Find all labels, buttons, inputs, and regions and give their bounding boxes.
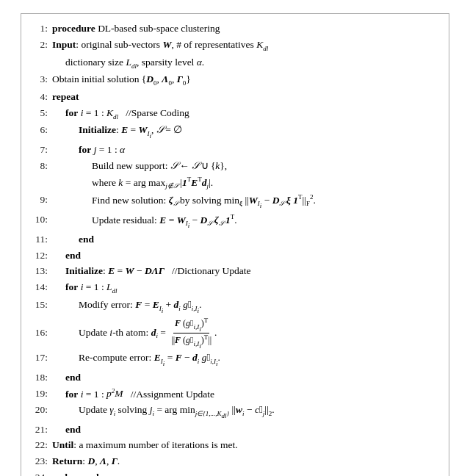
line-content: for i = 1 : Kdl //Sparse Coding xyxy=(52,106,438,123)
line-number: 10: xyxy=(32,212,48,228)
line-24: 24: end procedure xyxy=(32,470,438,476)
line-8a: 8: Build new support: 𝒮 ← 𝒮 ∪ {k}, xyxy=(32,159,438,174)
line-16: 16: Update i-th atom: di = F (g͂i,Ii)T |… xyxy=(32,317,438,350)
line-number: 9: xyxy=(32,192,48,208)
line-number: 18: xyxy=(32,370,48,386)
line-content: where k = arg maxj∉𝒮 |1TETdj|. xyxy=(52,175,438,192)
line-number: 4: xyxy=(32,90,48,105)
line-content: end procedure xyxy=(52,470,438,476)
line-10: 10: Update residual: E = WIi − D𝒮 ζ𝒮 1T. xyxy=(32,212,438,231)
line-content: Find new solution: ζ𝒮 by solving minξ ||… xyxy=(52,192,438,212)
line-number: 8: xyxy=(32,159,48,174)
line-content: Initialize: E = WIi, 𝒮 = ∅ xyxy=(52,123,438,141)
line-12: 12: end xyxy=(32,248,438,264)
line-23: 23: Return: D, Λ, Γ. xyxy=(32,454,438,469)
line-number: 16: xyxy=(32,325,48,341)
line-4: 4: repeat xyxy=(32,90,438,105)
line-number: 13: xyxy=(32,264,48,279)
line-15: 15: Modify error: F = EIi + di g͂i,Ii. xyxy=(32,298,438,316)
line-content: Update i-th atom: di = F (g͂i,Ii)T ||F (… xyxy=(52,317,438,350)
line-content: Re-compute error: EIi = F − di g͂i,Ii. xyxy=(52,350,438,369)
line-content: for i = 1 : p2M //Assignment Update xyxy=(52,386,438,402)
line-content: Until: a maximum number of iterations is… xyxy=(52,438,438,453)
line-content: Update residual: E = WIi − D𝒮 ζ𝒮 1T. xyxy=(52,212,438,231)
line-number: 2: xyxy=(32,37,48,53)
line-5: 5: for i = 1 : Kdl //Sparse Coding xyxy=(32,106,438,123)
line-number: 7: xyxy=(32,143,48,158)
line-number: 19: xyxy=(32,386,48,402)
line-22: 22: Until: a maximum number of iteration… xyxy=(32,438,438,453)
line-number: 3: xyxy=(32,72,48,87)
line-number: 5: xyxy=(32,106,48,121)
line-number: 22: xyxy=(32,438,48,453)
line-7: 7: for j = 1 : α xyxy=(32,143,438,158)
line-number: 6: xyxy=(32,123,48,138)
algorithm-box: 1: procedure DL-based sub-space clusteri… xyxy=(21,13,449,476)
line-21: 21: end xyxy=(32,422,438,438)
line-number: 1: xyxy=(32,21,48,37)
line-2b: dictionary size Ldl, sparsity level α. xyxy=(32,55,438,72)
line-number: 21: xyxy=(32,422,48,438)
line-number: 12: xyxy=(32,248,48,264)
line-content: end xyxy=(52,370,438,386)
line-content: for i = 1 : Ldl xyxy=(52,280,438,297)
line-content: for j = 1 : α xyxy=(52,143,438,158)
line-content: dictionary size Ldl, sparsity level α. xyxy=(52,55,438,72)
line-content: end xyxy=(52,248,438,264)
line-14: 14: for i = 1 : Ldl xyxy=(32,280,438,297)
line-content: Obtain initial solution {D0, Λ0, Γ0} xyxy=(52,72,438,89)
line-number: 15: xyxy=(32,298,48,313)
line-number: 17: xyxy=(32,350,48,366)
line-17: 17: Re-compute error: EIi = F − di g͂i,I… xyxy=(32,350,438,369)
line-9: 9: Find new solution: ζ𝒮 by solving minξ… xyxy=(32,192,438,212)
line-13: 13: Initialize: E = W − DΛΓ //Dictionary… xyxy=(32,264,438,279)
line-19: 19: for i = 1 : p2M //Assignment Update xyxy=(32,386,438,402)
line-content: repeat xyxy=(52,90,438,105)
line-1: 1: procedure DL-based sub-space clusteri… xyxy=(32,21,438,37)
line-content: procedure DL-based sub-space clustering xyxy=(52,21,438,37)
line-number: 20: xyxy=(32,403,48,418)
line-content: end xyxy=(52,422,438,438)
line-18: 18: end xyxy=(32,370,438,386)
line-content: Build new support: 𝒮 ← 𝒮 ∪ {k}, xyxy=(52,159,438,174)
line-content: Modify error: F = EIi + di g͂i,Ii. xyxy=(52,298,438,316)
line-number: 14: xyxy=(32,280,48,295)
line-3: 3: Obtain initial solution {D0, Λ0, Γ0} xyxy=(32,72,438,89)
line-11: 11: end xyxy=(32,232,438,248)
line-8b: where k = arg maxj∉𝒮 |1TETdj|. xyxy=(32,175,438,192)
line-content: Return: D, Λ, Γ. xyxy=(52,454,438,469)
line-20: 20: Update γi solving ji = arg minj∈{1,.… xyxy=(32,403,438,421)
line-6: 6: Initialize: E = WIi, 𝒮 = ∅ xyxy=(32,123,438,141)
line-number: 23: xyxy=(32,454,48,469)
line-2: 2: Input: original sub-vectors W, # of r… xyxy=(32,37,438,54)
line-content: Initialize: E = W − DΛΓ //Dictionary Upd… xyxy=(52,264,438,279)
line-content: Input: original sub-vectors W, # of repr… xyxy=(52,37,438,54)
line-number: 24: xyxy=(32,470,48,476)
line-content: Update γi solving ji = arg minj∈{1,...,K… xyxy=(52,403,438,421)
line-content: end xyxy=(52,232,438,248)
line-number: 11: xyxy=(32,232,48,248)
